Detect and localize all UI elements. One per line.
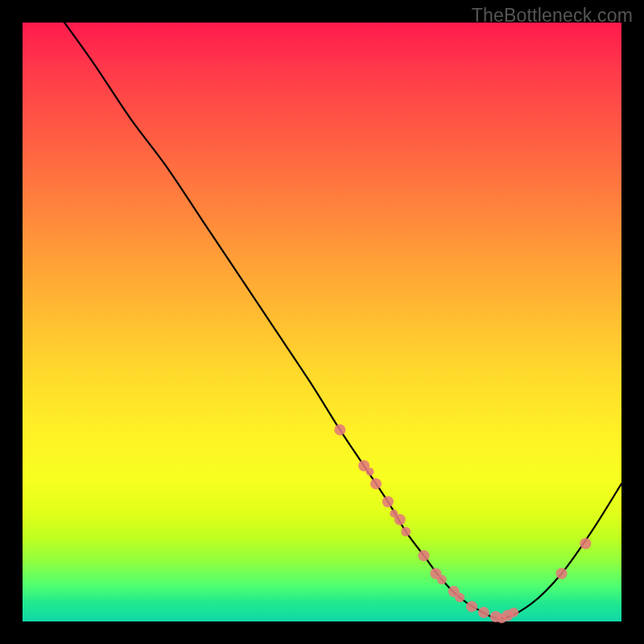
bottleneck-curve [64,23,621,618]
data-point [556,568,568,579]
data-point [334,424,345,436]
data-point [370,478,382,489]
data-point [466,601,477,612]
data-point [580,538,591,549]
data-point [509,608,518,617]
data-point [418,550,429,561]
data-point [382,496,394,507]
chart-overlay [23,23,621,621]
data-point [401,526,411,536]
data-point [478,607,489,618]
data-point [437,575,447,584]
data-point [394,514,406,526]
data-points-group [334,424,591,623]
data-point [366,468,374,476]
data-point [455,592,464,602]
